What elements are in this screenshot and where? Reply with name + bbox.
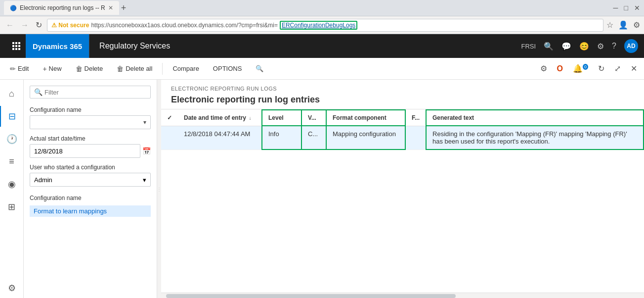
forward-button[interactable]: → [19,20,31,31]
main-layout: ⌂ ⊟ 🕐 ≡ ◉ ⊞ ⚙ 🔍 Configuration name ▾ Act… [0,80,644,298]
sidenav-entities[interactable]: ≡ [0,151,24,172]
user-avatar[interactable]: AD [624,39,638,53]
config-name-label: Configuration name [30,106,151,113]
office-cmd-button[interactable]: O [554,61,566,76]
settings-icon[interactable]: ⚙ [597,42,604,51]
restore-button[interactable]: □ [624,4,628,12]
close-button[interactable]: ✕ [634,4,640,12]
horizontal-scrollbar[interactable] [161,293,644,298]
cell-datetime: 12/8/2018 04:47:44 AM [178,126,262,149]
module-name: Regulatory Services [89,34,180,58]
filter-search-input[interactable] [44,89,146,96]
top-nav: Dynamics 365 Regulatory Services FRSI 🔍 … [0,34,644,58]
user-label: User who started a configuration [30,164,151,171]
data-table: ✓ Date and time of entry ↓ Level V... [161,109,644,150]
close-panel-button[interactable]: ✕ [628,61,640,76]
browser-titlebar: 🔵 Electronic reporting run logs -- R ✕ +… [0,0,644,16]
content-area: ELECTRONIC REPORTING RUN LOGS Electronic… [161,80,644,298]
table-row[interactable]: 12/8/2018 04:47:44 AM Info C... Mapping … [161,126,644,149]
scrollbar-thumb[interactable] [166,294,456,298]
app-brand[interactable]: Dynamics 365 [26,34,89,58]
cell-level: Info [262,126,301,149]
cmd-separator [162,63,163,75]
search-icon[interactable]: 🔍 [544,42,554,51]
profile-icon[interactable]: 👤 [618,20,628,30]
user-company: FRSI [521,43,536,50]
waffle-menu[interactable] [6,34,26,58]
comment-icon[interactable]: 💬 [561,42,571,51]
sidenav-filter[interactable]: ⊟ [0,106,24,127]
col-header-datetime[interactable]: Date and time of entry ↓ [178,110,262,126]
resize-handle[interactable]: ⋮ [157,80,161,298]
edit-icon: ✏ [10,65,16,73]
minimize-button[interactable]: ─ [613,4,618,12]
browser-chrome: 🔵 Electronic reporting run logs -- R ✕ +… [0,0,644,34]
compare-button[interactable]: Compare [167,62,205,75]
refresh-cmd-button[interactable]: ↻ [595,61,607,76]
col-header-format[interactable]: Format component [326,110,405,126]
col-header-f[interactable]: F... [405,110,426,126]
search-button[interactable]: 🔍 [250,62,269,75]
delete-all-button[interactable]: 🗑 Delete all [111,62,158,76]
command-bar: ✏ Edit + New 🗑 Delete 🗑 Delete all Compa… [0,58,644,80]
config-name2-label: Configuration name [30,195,151,201]
url-highlight: ERConfigurationDebugLogs [280,21,357,30]
table-body: 12/8/2018 04:47:44 AM Info C... Mapping … [161,126,644,149]
cell-generated: Residing in the configuration 'Mapping (… [426,126,644,149]
tab-close-btn[interactable]: ✕ [108,4,113,11]
sidenav-recent[interactable]: 🕐 [0,129,24,149]
sidenav-settings[interactable]: ⚙ [0,278,24,298]
delete-icon: 🗑 [76,65,83,73]
star-icon[interactable]: ☆ [606,20,613,30]
content-header: ELECTRONIC REPORTING RUN LOGS Electronic… [161,80,644,109]
section-label: ELECTRONIC REPORTING RUN LOGS [171,86,634,92]
start-date-input[interactable] [30,144,140,158]
back-button[interactable]: ← [4,20,16,31]
tab-favicon: 🔵 [10,5,17,11]
refresh-button[interactable]: ↻ [34,19,44,31]
sidenav-home[interactable]: ⌂ [0,84,24,104]
security-warning: ⚠ Not secure [51,22,89,29]
sort-icon: ↓ [249,115,251,121]
top-nav-right: FRSI 🔍 💬 😊 ⚙ ? AD [521,39,638,53]
table-wrapper: ✓ Date and time of entry ↓ Level V... [161,109,644,293]
browser-toolbar-icons: ☆ 👤 ⚙ [606,20,640,30]
new-icon: + [43,65,46,73]
help-icon[interactable]: ? [612,42,616,50]
browser-tab[interactable]: 🔵 Electronic reporting run logs -- R ✕ [4,1,119,15]
col-header-v[interactable]: V... [301,110,326,126]
extension-icon[interactable]: ⚙ [633,20,640,30]
options-button[interactable]: OPTIONS [207,62,248,75]
config-name-dropdown-icon: ▾ [143,119,146,126]
cmd-right: ⚙ O 🔔0 ↻ ⤢ ✕ [537,61,640,76]
start-date-row: 📅 [30,144,151,158]
notification-button[interactable]: 🔔0 [570,61,591,76]
user-row: Admin ▾ [30,173,151,187]
user-select[interactable]: Admin ▾ [30,173,151,187]
sidenav-dot[interactable]: ◉ [0,174,24,195]
waffle-icon [12,42,19,50]
new-button[interactable]: + New [37,62,67,76]
filter-panel: 🔍 Configuration name ▾ Actual start date… [24,80,157,298]
content-title: Electronic reporting run log entries [171,95,634,105]
col-header-generated[interactable]: Generated text [426,110,644,126]
col-header-level[interactable]: Level [262,110,301,126]
sidenav-list[interactable]: ⊞ [0,197,24,217]
delete-button[interactable]: 🗑 Delete [70,62,109,76]
browser-toolbar: ← → ↻ ⚠ Not secure https://usnconeboxax1… [0,16,644,34]
address-bar[interactable]: ⚠ Not secure https://usnconeboxax1aos.cl… [47,19,603,32]
fullscreen-button[interactable]: ⤢ [611,61,624,76]
edit-button[interactable]: ✏ Edit [4,62,35,76]
emoji-icon[interactable]: 😊 [579,42,589,51]
filter-search-icon: 🔍 [34,88,43,96]
new-tab-button[interactable]: + [121,3,127,13]
config-name-input[interactable]: ▾ [30,115,151,129]
col-header-check[interactable]: ✓ [161,110,178,126]
delete-all-icon: 🗑 [117,65,124,73]
calendar-icon[interactable]: 📅 [142,147,151,155]
user-value: Admin [34,176,52,184]
selected-config-item[interactable]: Format to learn mappings [30,205,151,217]
settings-cmd-button[interactable]: ⚙ [537,61,550,76]
filter-search-box[interactable]: 🔍 [30,86,151,99]
url-prefix: https://usnconeboxax1aos.cloud.onebox.dy… [91,22,278,29]
